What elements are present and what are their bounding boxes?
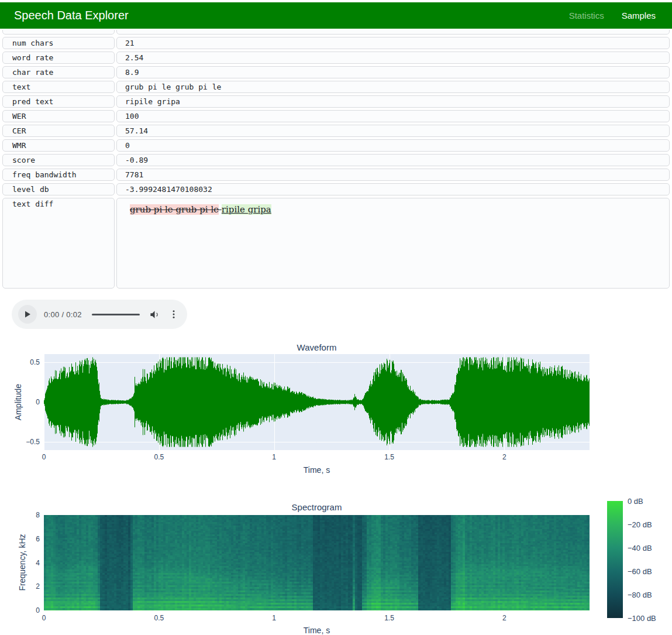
field-value-cell: -0.89 bbox=[116, 154, 670, 166]
table-row: text grub pi le grub pi le bbox=[2, 81, 670, 93]
seek-bar[interactable] bbox=[92, 314, 140, 315]
field-value-cell bbox=[116, 30, 670, 35]
waveform-x-axis-label: Time, s bbox=[44, 465, 590, 475]
diff-inserted-text: ripile gripa bbox=[222, 204, 271, 215]
volume-icon bbox=[149, 309, 160, 320]
field-value-cell: -3.9992481470108032 bbox=[116, 183, 670, 195]
table-row: freq bandwidth 7781 bbox=[2, 169, 670, 181]
text-diff-cell: grub pi le grub pi le ripile gripa bbox=[116, 198, 670, 289]
spectrogram-title: Spectrogram bbox=[44, 502, 590, 512]
field-label-cell bbox=[2, 30, 115, 35]
waveform-plot[interactable] bbox=[44, 354, 590, 450]
table-row: CER 57.14 bbox=[2, 125, 670, 137]
app-header: Speech Data Explorer Statistics Samples bbox=[0, 2, 672, 29]
volume-button[interactable] bbox=[149, 309, 160, 320]
audio-player[interactable]: 0:00 / 0:02 bbox=[12, 300, 187, 329]
spectrogram-x-axis: 00.511.52 bbox=[44, 614, 590, 623]
field-value-cell: 2.54 bbox=[116, 52, 670, 64]
play-icon bbox=[23, 310, 32, 318]
field-value-cell: ripile gripa bbox=[116, 95, 670, 108]
field-value-cell: 21 bbox=[116, 37, 670, 49]
field-label-cell: text diff bbox=[2, 198, 115, 289]
table-row: score -0.89 bbox=[2, 154, 670, 166]
colorbar bbox=[607, 501, 623, 618]
field-label-cell: WMR bbox=[2, 139, 115, 152]
nav-samples[interactable]: Samples bbox=[622, 11, 656, 20]
table-row: char rate 8.9 bbox=[2, 66, 670, 78]
sample-table: num chars 21 word rate 2.54 char rate 8.… bbox=[0, 30, 672, 289]
field-value-cell: 8.9 bbox=[116, 66, 670, 78]
waveform-x-axis: 00.511.52 bbox=[44, 453, 590, 462]
table-row: WER 100 bbox=[2, 110, 670, 122]
app-title: Speech Data Explorer bbox=[14, 9, 129, 22]
table-row: num chars 21 bbox=[2, 37, 670, 49]
field-label-cell: CER bbox=[2, 125, 115, 137]
waveform-title: Waveform bbox=[44, 342, 590, 352]
spectrogram-plot[interactable] bbox=[44, 515, 590, 610]
diff-deleted-text: grub pi le grub pi le bbox=[130, 204, 219, 215]
spectrogram-x-axis-label: Time, s bbox=[44, 626, 590, 635]
field-label-cell: WER bbox=[2, 110, 115, 122]
nav-statistics[interactable]: Statistics bbox=[569, 11, 604, 20]
kebab-menu-icon bbox=[168, 309, 179, 320]
field-label-cell: pred text bbox=[2, 95, 115, 108]
time-display: 0:00 / 0:02 bbox=[44, 310, 82, 319]
field-label-cell: text bbox=[2, 81, 115, 93]
field-label-cell: word rate bbox=[2, 52, 115, 64]
field-value-cell: 57.14 bbox=[116, 125, 670, 137]
field-value-cell: 7781 bbox=[116, 169, 670, 181]
table-row: level db -3.9992481470108032 bbox=[2, 183, 670, 195]
field-value-cell: 0 bbox=[116, 139, 670, 152]
top-nav: Statistics Samples bbox=[569, 11, 656, 20]
spectrogram-figure: Spectrogram 86420 Frequency, kHz 00.511.… bbox=[0, 495, 672, 635]
colorbar-labels: 0 dB−20 dB−40 dB−60 dB−80 dB−100 dB bbox=[628, 501, 668, 618]
table-row-text-diff: text diff grub pi le grub pi le ripile g… bbox=[2, 198, 670, 289]
spectrogram-y-axis-label: Frequency, kHz bbox=[18, 534, 27, 591]
waveform-figure: Waveform 0.50−0.5 Amplitude 00.511.52 Ti… bbox=[0, 340, 672, 480]
field-label-cell: freq bandwidth bbox=[2, 169, 115, 181]
overflow-menu-button[interactable] bbox=[168, 309, 179, 320]
table-row: WMR 0 bbox=[2, 139, 670, 152]
field-value-cell: grub pi le grub pi le bbox=[116, 81, 670, 93]
waveform-y-axis-label: Amplitude bbox=[13, 384, 23, 420]
table-row: word rate 2.54 bbox=[2, 52, 670, 64]
field-label-cell: score bbox=[2, 154, 115, 166]
field-value-cell: 100 bbox=[116, 110, 670, 122]
table-rows: num chars 21 word rate 2.54 char rate 8.… bbox=[0, 37, 672, 195]
play-button[interactable] bbox=[18, 305, 37, 324]
field-label-cell: num chars bbox=[2, 37, 115, 49]
field-label-cell: char rate bbox=[2, 66, 115, 78]
table-row-partial bbox=[0, 30, 672, 35]
table-row: pred text ripile gripa bbox=[2, 95, 670, 108]
field-label-cell: level db bbox=[2, 183, 115, 195]
